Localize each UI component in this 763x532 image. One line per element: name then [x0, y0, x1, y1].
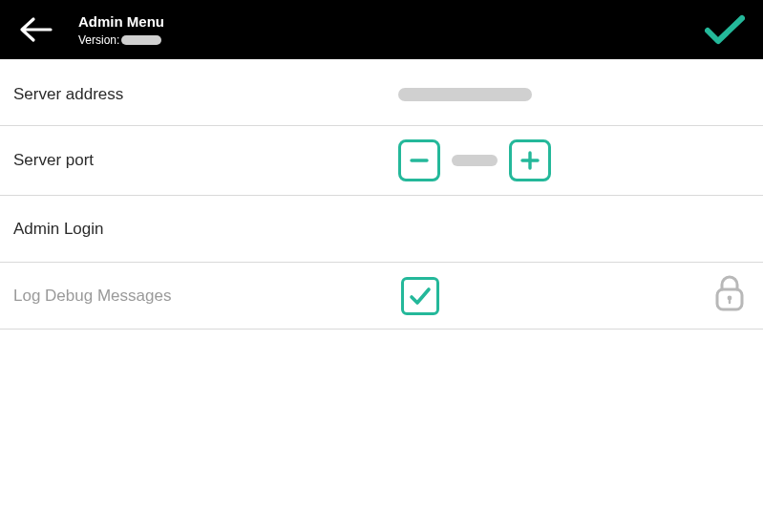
check-icon: [408, 284, 433, 309]
server-address-redacted: [398, 88, 532, 101]
admin-login-label: Admin Login: [13, 220, 398, 239]
version-line: Version:: [78, 33, 164, 47]
arrow-left-icon: [18, 16, 53, 43]
plus-icon: [520, 151, 540, 170]
server-address-label: Server address: [13, 85, 398, 104]
port-increment-button[interactable]: [509, 139, 551, 181]
version-label: Version:: [78, 33, 119, 47]
check-icon: [705, 13, 745, 46]
log-debug-value: [398, 277, 439, 315]
back-button[interactable]: [15, 10, 55, 50]
row-server-port: Server port: [0, 126, 763, 196]
server-address-value: [398, 88, 532, 101]
row-admin-login[interactable]: Admin Login: [0, 196, 763, 263]
port-stepper: [398, 139, 551, 181]
log-debug-label: Log Debug Messages: [13, 287, 398, 306]
lock-icon: [713, 274, 746, 312]
row-log-debug: Log Debug Messages: [0, 263, 763, 330]
header-titles: Admin Menu Version:: [78, 13, 164, 47]
minus-icon: [410, 151, 429, 170]
page-title: Admin Menu: [78, 13, 164, 30]
version-value-redacted: [121, 35, 161, 45]
server-port-value-redacted: [452, 155, 498, 166]
row-server-address[interactable]: Server address: [0, 59, 763, 126]
confirm-button[interactable]: [702, 7, 748, 53]
log-debug-checkbox[interactable]: [401, 277, 439, 315]
lock-indicator: [713, 274, 750, 317]
port-decrement-button[interactable]: [398, 139, 440, 181]
header-bar: Admin Menu Version:: [0, 0, 763, 59]
server-port-label: Server port: [13, 151, 398, 170]
